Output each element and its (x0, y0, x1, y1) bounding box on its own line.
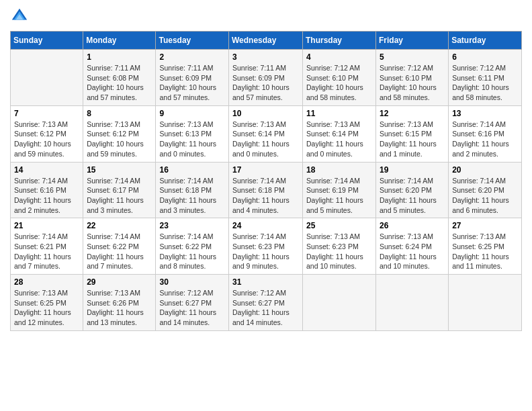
calendar-cell: 12Sunrise: 7:13 AM Sunset: 6:15 PM Dayli… (376, 105, 449, 162)
day-info: Sunrise: 7:11 AM Sunset: 6:09 PM Dayligh… (159, 63, 225, 103)
day-number: 6 (452, 52, 518, 62)
day-info: Sunrise: 7:11 AM Sunset: 6:08 PM Dayligh… (87, 63, 152, 103)
calendar-cell: 2Sunrise: 7:11 AM Sunset: 6:09 PM Daylig… (156, 50, 229, 106)
calendar-cell (303, 275, 376, 331)
day-info: Sunrise: 7:13 AM Sunset: 6:23 PM Dayligh… (306, 232, 372, 271)
day-number: 13 (452, 109, 518, 118)
calendar-cell: 19Sunrise: 7:14 AM Sunset: 6:20 PM Dayli… (376, 162, 449, 218)
day-number: 30 (159, 277, 225, 287)
day-number: 1 (87, 52, 152, 62)
calendar-cell: 4Sunrise: 7:12 AM Sunset: 6:10 PM Daylig… (303, 50, 376, 106)
day-info: Sunrise: 7:13 AM Sunset: 6:26 PM Dayligh… (87, 288, 152, 328)
day-info: Sunrise: 7:13 AM Sunset: 6:12 PM Dayligh… (14, 120, 79, 159)
calendar-cell: 25Sunrise: 7:13 AM Sunset: 6:23 PM Dayli… (303, 218, 376, 275)
calendar-cell: 1Sunrise: 7:11 AM Sunset: 6:08 PM Daylig… (83, 50, 156, 106)
calendar-cell: 31Sunrise: 7:12 AM Sunset: 6:27 PM Dayli… (229, 275, 303, 331)
day-header-saturday: Saturday (449, 32, 522, 50)
day-info: Sunrise: 7:14 AM Sunset: 6:22 PM Dayligh… (159, 232, 225, 271)
calendar-cell: 18Sunrise: 7:14 AM Sunset: 6:19 PM Dayli… (303, 162, 376, 218)
day-info: Sunrise: 7:14 AM Sunset: 6:19 PM Dayligh… (306, 176, 372, 216)
day-number: 15 (87, 165, 152, 175)
day-header-friday: Friday (376, 32, 449, 50)
calendar-cell: 30Sunrise: 7:12 AM Sunset: 6:27 PM Dayli… (156, 275, 229, 331)
day-number: 17 (232, 165, 299, 175)
calendar-cell: 28Sunrise: 7:13 AM Sunset: 6:25 PM Dayli… (11, 275, 83, 331)
day-header-wednesday: Wednesday (229, 32, 303, 50)
day-number: 9 (159, 109, 225, 118)
day-info: Sunrise: 7:14 AM Sunset: 6:20 PM Dayligh… (380, 176, 445, 216)
day-info: Sunrise: 7:13 AM Sunset: 6:24 PM Dayligh… (380, 232, 445, 271)
calendar-cell: 23Sunrise: 7:14 AM Sunset: 6:22 PM Dayli… (156, 218, 229, 275)
calendar-cell (11, 50, 83, 106)
day-info: Sunrise: 7:13 AM Sunset: 6:14 PM Dayligh… (232, 120, 299, 159)
day-info: Sunrise: 7:14 AM Sunset: 6:18 PM Dayligh… (232, 176, 299, 216)
calendar-cell (449, 275, 522, 331)
day-info: Sunrise: 7:14 AM Sunset: 6:16 PM Dayligh… (14, 176, 79, 216)
calendar-cell: 3Sunrise: 7:11 AM Sunset: 6:09 PM Daylig… (229, 50, 303, 106)
page-header (10, 7, 522, 26)
day-number: 7 (14, 109, 79, 118)
calendar-cell: 29Sunrise: 7:13 AM Sunset: 6:26 PM Dayli… (83, 275, 156, 331)
day-number: 5 (380, 52, 445, 62)
calendar-cell: 24Sunrise: 7:14 AM Sunset: 6:23 PM Dayli… (229, 218, 303, 275)
day-number: 16 (159, 165, 225, 175)
day-info: Sunrise: 7:12 AM Sunset: 6:27 PM Dayligh… (159, 288, 225, 328)
day-info: Sunrise: 7:12 AM Sunset: 6:11 PM Dayligh… (452, 63, 518, 103)
calendar-cell: 20Sunrise: 7:14 AM Sunset: 6:20 PM Dayli… (449, 162, 522, 218)
day-number: 21 (14, 221, 79, 230)
calendar-cell: 16Sunrise: 7:14 AM Sunset: 6:18 PM Dayli… (156, 162, 229, 218)
day-number: 18 (306, 165, 372, 175)
day-number: 25 (306, 221, 372, 230)
day-number: 4 (306, 52, 372, 62)
calendar-cell: 15Sunrise: 7:14 AM Sunset: 6:17 PM Dayli… (83, 162, 156, 218)
day-info: Sunrise: 7:13 AM Sunset: 6:15 PM Dayligh… (380, 120, 445, 159)
calendar-cell: 6Sunrise: 7:12 AM Sunset: 6:11 PM Daylig… (449, 50, 522, 106)
day-info: Sunrise: 7:12 AM Sunset: 6:27 PM Dayligh… (232, 288, 299, 328)
day-header-sunday: Sunday (11, 32, 83, 50)
day-info: Sunrise: 7:12 AM Sunset: 6:10 PM Dayligh… (380, 63, 445, 103)
day-header-monday: Monday (83, 32, 156, 50)
calendar-cell: 14Sunrise: 7:14 AM Sunset: 6:16 PM Dayli… (11, 162, 83, 218)
day-header-tuesday: Tuesday (156, 32, 229, 50)
day-number: 12 (380, 109, 445, 118)
calendar-cell: 22Sunrise: 7:14 AM Sunset: 6:22 PM Dayli… (83, 218, 156, 275)
calendar-table: SundayMondayTuesdayWednesdayThursdayFrid… (10, 31, 522, 331)
calendar-cell (376, 275, 449, 331)
calendar-cell: 10Sunrise: 7:13 AM Sunset: 6:14 PM Dayli… (229, 105, 303, 162)
calendar-cell: 5Sunrise: 7:12 AM Sunset: 6:10 PM Daylig… (376, 50, 449, 106)
day-number: 28 (14, 277, 79, 287)
day-number: 23 (159, 221, 225, 230)
day-info: Sunrise: 7:14 AM Sunset: 6:20 PM Dayligh… (452, 176, 518, 216)
day-info: Sunrise: 7:11 AM Sunset: 6:09 PM Dayligh… (232, 63, 299, 103)
calendar-cell: 9Sunrise: 7:13 AM Sunset: 6:13 PM Daylig… (156, 105, 229, 162)
calendar-cell: 17Sunrise: 7:14 AM Sunset: 6:18 PM Dayli… (229, 162, 303, 218)
day-info: Sunrise: 7:14 AM Sunset: 6:17 PM Dayligh… (87, 176, 152, 216)
logo-icon (10, 7, 29, 26)
day-number: 3 (232, 52, 299, 62)
day-number: 24 (232, 221, 299, 230)
day-number: 10 (232, 109, 299, 118)
day-header-thursday: Thursday (303, 32, 376, 50)
day-info: Sunrise: 7:14 AM Sunset: 6:21 PM Dayligh… (14, 232, 79, 271)
calendar-cell: 8Sunrise: 7:13 AM Sunset: 6:12 PM Daylig… (83, 105, 156, 162)
day-number: 2 (159, 52, 225, 62)
day-info: Sunrise: 7:14 AM Sunset: 6:18 PM Dayligh… (159, 176, 225, 216)
logo (10, 7, 32, 26)
calendar-cell: 13Sunrise: 7:14 AM Sunset: 6:16 PM Dayli… (449, 105, 522, 162)
day-info: Sunrise: 7:13 AM Sunset: 6:12 PM Dayligh… (87, 120, 152, 159)
day-info: Sunrise: 7:13 AM Sunset: 6:25 PM Dayligh… (14, 288, 79, 328)
calendar-cell: 7Sunrise: 7:13 AM Sunset: 6:12 PM Daylig… (11, 105, 83, 162)
calendar-cell: 11Sunrise: 7:13 AM Sunset: 6:14 PM Dayli… (303, 105, 376, 162)
day-number: 31 (232, 277, 299, 287)
day-number: 27 (452, 221, 518, 230)
day-info: Sunrise: 7:13 AM Sunset: 6:13 PM Dayligh… (159, 120, 225, 159)
day-number: 14 (14, 165, 79, 175)
day-info: Sunrise: 7:14 AM Sunset: 6:22 PM Dayligh… (87, 232, 152, 271)
calendar-cell: 21Sunrise: 7:14 AM Sunset: 6:21 PM Dayli… (11, 218, 83, 275)
day-info: Sunrise: 7:13 AM Sunset: 6:25 PM Dayligh… (452, 232, 518, 271)
day-number: 22 (87, 221, 152, 230)
day-number: 8 (87, 109, 152, 118)
day-info: Sunrise: 7:12 AM Sunset: 6:10 PM Dayligh… (306, 63, 372, 103)
day-number: 20 (452, 165, 518, 175)
calendar-cell: 26Sunrise: 7:13 AM Sunset: 6:24 PM Dayli… (376, 218, 449, 275)
